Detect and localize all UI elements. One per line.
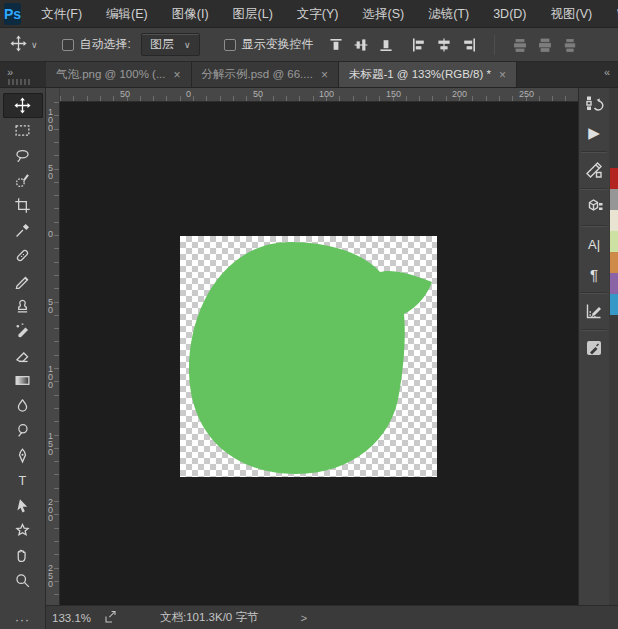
align-left-edges-icon[interactable]: [411, 37, 427, 53]
ps-logo: Ps: [4, 3, 21, 25]
speech-bubble-shape: [180, 236, 437, 477]
menu-edit[interactable]: 编辑(E): [94, 0, 160, 28]
align-horizontal-centers-icon[interactable]: [436, 37, 452, 53]
scroll-tabs-icon[interactable]: »: [7, 67, 13, 78]
ruler-corner: [46, 88, 60, 102]
character-panel-icon[interactable]: A|: [579, 229, 609, 259]
ruler-label: 150: [48, 432, 56, 456]
menu-layer[interactable]: 图层(L): [221, 0, 285, 28]
ruler-label: 100: [48, 365, 56, 389]
tool-custom-shape[interactable]: [3, 518, 43, 543]
zoom-level-field[interactable]: 133.1%: [52, 612, 91, 624]
tool-dodge[interactable]: [3, 418, 43, 443]
collapse-panels-icon[interactable]: «: [604, 67, 610, 78]
menu-filter[interactable]: 滤镜(T): [416, 0, 481, 28]
show-transform-checkbox[interactable]: [224, 39, 236, 51]
tool-hand[interactable]: [3, 543, 43, 568]
tool-path-selection[interactable]: [3, 493, 43, 518]
actions-panel-icon[interactable]: ▶: [579, 118, 609, 148]
tool-lasso[interactable]: [3, 143, 43, 168]
tool-blur[interactable]: [3, 393, 43, 418]
horizontal-ruler: 50 0 50 100 150 200 250: [46, 88, 578, 102]
document-tab-bar: » 气泡.png @ 100% (... × 分解示例.psd @ 66....…: [0, 62, 618, 88]
tab-label: 分解示例.psd @ 66....: [202, 67, 313, 82]
tool-gradient[interactable]: [3, 368, 43, 393]
photoshop-window: Ps 文件(F) 编辑(E) 图像(I) 图层(L) 文字(Y) 选择(S) 滤…: [0, 0, 618, 629]
toolbar-grip[interactable]: [8, 79, 30, 85]
align-top-edges-icon[interactable]: [328, 37, 344, 53]
brush-settings-panel-icon[interactable]: [579, 333, 609, 363]
align-right-edges-icon[interactable]: [461, 37, 477, 53]
measurement-log-panel-icon[interactable]: [579, 296, 609, 326]
swatch[interactable]: [610, 252, 618, 273]
tab-label: 未标题-1 @ 133%(RGB/8) *: [349, 67, 491, 82]
swatch[interactable]: [610, 273, 618, 294]
menu-3d[interactable]: 3D(D): [481, 0, 538, 28]
ruler-label: 250: [48, 564, 56, 588]
auto-select-checkbox[interactable]: [62, 39, 74, 51]
tool-move[interactable]: [3, 93, 43, 118]
panel-dock: ▶ A| ¶: [578, 88, 618, 605]
tool-eyedropper[interactable]: [3, 218, 43, 243]
menu-image[interactable]: 图像(I): [160, 0, 221, 28]
menu-type[interactable]: 文字(Y): [285, 0, 351, 28]
swatch[interactable]: [610, 294, 618, 315]
auto-select-label: 自动选择:: [80, 36, 131, 53]
tool-history-brush[interactable]: [3, 318, 43, 343]
tool-quick-selection[interactable]: [3, 168, 43, 193]
ruler-label: 100: [48, 108, 56, 132]
tool-pen[interactable]: [3, 443, 43, 468]
menu-view[interactable]: 视图(V): [539, 0, 605, 28]
canvas-area[interactable]: [60, 102, 578, 605]
tab-close-icon[interactable]: ×: [499, 68, 506, 82]
tool-crop[interactable]: [3, 193, 43, 218]
tool-type[interactable]: T: [3, 468, 43, 493]
swatch-column: [609, 88, 618, 605]
panel-divider: [581, 329, 607, 330]
document-tab-fenjie[interactable]: 分解示例.psd @ 66.... ×: [192, 62, 339, 87]
menu-bar: Ps 文件(F) 编辑(E) 图像(I) 图层(L) 文字(Y) 选择(S) 滤…: [0, 0, 618, 28]
edit-toolbar-icon[interactable]: ···: [15, 613, 30, 627]
share-icon[interactable]: [103, 610, 118, 625]
swatch[interactable]: [610, 168, 618, 189]
menu-window[interactable]: 窗口(W): [604, 0, 618, 28]
panel-divider: [581, 151, 607, 152]
history-panel-icon[interactable]: [579, 88, 609, 118]
align-bottom-edges-icon[interactable]: [378, 37, 394, 53]
auto-select-target-dropdown[interactable]: 图层 ∨: [141, 33, 200, 56]
menu-select[interactable]: 选择(S): [351, 0, 417, 28]
swatch[interactable]: [610, 231, 618, 252]
tool-clone-stamp[interactable]: [3, 293, 43, 318]
status-options-chevron[interactable]: >: [300, 612, 307, 624]
swatch[interactable]: [610, 210, 618, 231]
status-bar: 133.1% 文档:101.3K/0 字节 >: [46, 605, 618, 629]
ruler-label: 250: [519, 89, 534, 99]
ruler-label: 0: [186, 89, 191, 99]
document-tab-untitled[interactable]: 未标题-1 @ 133%(RGB/8) * ×: [339, 62, 517, 87]
paragraph-panel-icon[interactable]: ¶: [579, 259, 609, 289]
ruler-label: 200: [452, 89, 467, 99]
3d-panel-icon[interactable]: [579, 192, 609, 222]
ruler-label: 50: [120, 89, 130, 99]
distribute-vertical-centers-icon: [537, 37, 553, 53]
menu-file[interactable]: 文件(F): [29, 0, 94, 28]
tool-zoom[interactable]: [3, 568, 43, 593]
tab-close-icon[interactable]: ×: [173, 68, 180, 82]
panel-dock-header: «: [578, 62, 618, 87]
move-tool-icon: [10, 35, 27, 55]
tool-eraser[interactable]: [3, 343, 43, 368]
tool-preset-caret-icon[interactable]: ∨: [31, 40, 38, 50]
tool-brush[interactable]: [3, 268, 43, 293]
align-vertical-centers-icon[interactable]: [353, 37, 369, 53]
swatch[interactable]: [610, 189, 618, 210]
tab-label: 气泡.png @ 100% (...: [56, 67, 165, 82]
tool-rectangular-marquee[interactable]: [3, 118, 43, 143]
distribute-bottom-edges-icon: [562, 37, 578, 53]
document-tab-qipao[interactable]: 气泡.png @ 100% (... ×: [46, 62, 192, 87]
tab-close-icon[interactable]: ×: [321, 68, 328, 82]
dropdown-caret-icon: ∨: [184, 40, 191, 50]
distribute-top-edges-icon: [512, 37, 528, 53]
options-separator: [494, 35, 495, 55]
tool-spot-healing-brush[interactable]: [3, 243, 43, 268]
libraries-panel-icon[interactable]: [579, 155, 609, 185]
